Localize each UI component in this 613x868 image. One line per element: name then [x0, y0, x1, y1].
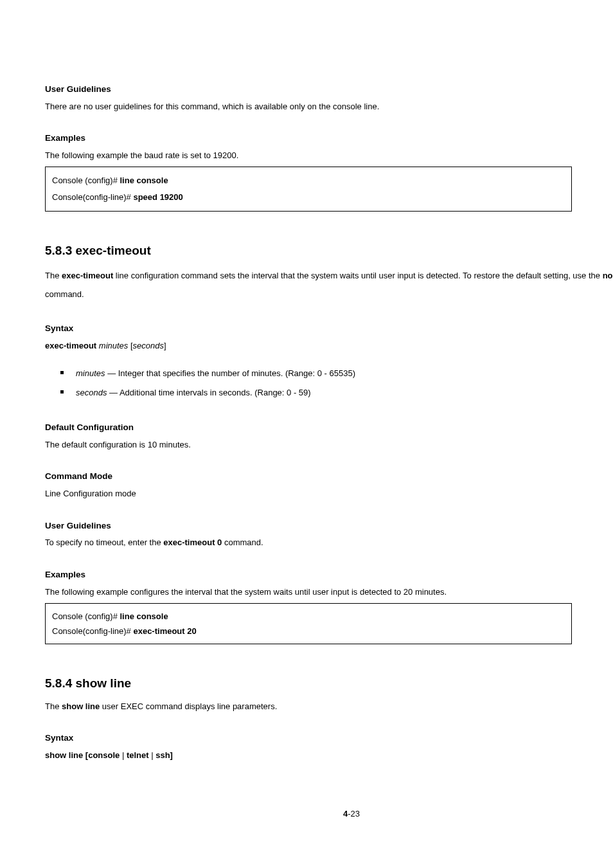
example-line-2b: Console(config-line)# exec-timeout 20 — [52, 624, 565, 638]
example-line-2a: Console (config)# line console — [52, 609, 565, 624]
param-name-seconds: seconds — [76, 388, 107, 397]
guidelines-cmd-2: exec-timeout 0 — [163, 538, 222, 547]
heading-examples-2: Examples — [45, 568, 613, 582]
heading-mode-2: Command Mode — [45, 469, 613, 484]
intro-pre-3: The — [45, 701, 62, 711]
mode-txt-2: Line Configuration mode — [45, 487, 613, 501]
example-prompt-1a: Console (config)# — [52, 176, 120, 185]
example-box-1: Console (config)# line console Console(c… — [45, 167, 572, 212]
syntax-arg-minutes: minutes — [99, 341, 130, 350]
intro-show-line: The show line user EXEC command displays… — [45, 700, 613, 714]
syntax-arg-seconds: seconds — [133, 341, 164, 350]
intro-exec-timeout: The exec-timeout line configuration comm… — [45, 267, 613, 303]
intro-cmd-3: show line — [62, 701, 100, 711]
example-cmd-2a: line console — [120, 611, 168, 621]
param-item-minutes: minutes — Integer that specifies the num… — [60, 365, 613, 383]
default-txt-2: The default configuration is 10 minutes. — [45, 439, 613, 452]
syntax-line-3: show line [console | telnet | ssh] — [45, 749, 613, 763]
user-guidelines-text-1: There are no user guidelines for this co… — [45, 100, 613, 114]
syntax-tail-3: ssh] — [155, 750, 173, 760]
example-prompt-2a: Console (config)# — [52, 611, 120, 621]
examples-lead-1: The following example the baud rate is s… — [45, 149, 613, 163]
heading-user-guidelines-1: User Guidelines — [45, 82, 613, 96]
syntax-rb: ] — [164, 341, 166, 350]
param-name-minutes: minutes — [76, 368, 105, 378]
param-txt-minutes: — Integer that specifies the number of m… — [105, 368, 356, 378]
example-cmd-1b: speed 19200 — [133, 192, 182, 202]
syntax-bar1-3: | — [122, 750, 127, 760]
example-cmd-1a: line console — [120, 176, 168, 185]
heading-examples-1: Examples — [45, 131, 613, 145]
param-list-2: minutes — Integer that specifies the num… — [45, 365, 613, 402]
example-line-1b: Console(config-line)# speed 19200 — [52, 189, 565, 206]
intro-post-3: user EXEC command displays line paramete… — [100, 701, 277, 711]
intro-no: no — [603, 271, 613, 280]
heading-cmd-exec-timeout: 5.8.3 exec-timeout — [45, 241, 613, 260]
intro-post: line configuration command sets the inte… — [113, 271, 602, 280]
syntax-mid-3: telnet — [127, 750, 151, 760]
param-item-seconds: seconds — Additional time intervals in s… — [60, 384, 613, 402]
heading-syntax-3: Syntax — [45, 731, 613, 745]
intro-cmd: exec-timeout — [62, 271, 113, 280]
guidelines-pre-2: To specify no timeout, enter the — [45, 538, 163, 547]
example-cmd-2b: exec-timeout 20 — [133, 626, 196, 636]
syntax-main-3: show line [console — [45, 750, 122, 760]
heading-cmd-show-line: 5.8.4 show line — [45, 674, 613, 693]
example-line-1a: Console (config)# line console — [52, 172, 565, 189]
example-box-2: Console (config)# line console Console(c… — [45, 603, 572, 645]
syntax-line-2: exec-timeout minutes [seconds] — [45, 339, 613, 353]
page-footer-num: -23 — [348, 809, 360, 818]
syntax-main-2: exec-timeout — [45, 341, 99, 350]
heading-syntax-2: Syntax — [45, 321, 613, 336]
heading-user-guidelines-2: User Guidelines — [45, 519, 613, 533]
page-footer: 4-23 — [45, 808, 613, 821]
example-prompt-1b: Console(config-line)# — [52, 192, 133, 202]
guidelines-post-2: command. — [222, 538, 263, 547]
heading-default-2: Default Configuration — [45, 420, 613, 435]
guidelines-2: To specify no timeout, enter the exec-ti… — [45, 536, 613, 550]
param-txt-seconds: — Additional time intervals in seconds. … — [107, 388, 310, 397]
examples-lead-2: The following example configures the int… — [45, 586, 613, 599]
example-prompt-2b: Console(config-line)# — [52, 626, 133, 636]
intro-pre: The — [45, 271, 62, 280]
